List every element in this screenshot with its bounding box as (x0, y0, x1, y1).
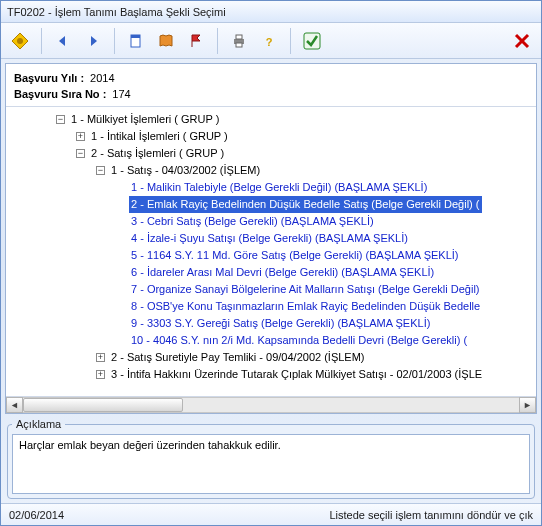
seq-value: 174 (112, 86, 130, 102)
svg-text:?: ? (266, 36, 273, 48)
tree-node-label[interactable]: 1 - Satış - 04/03/2002 (İŞLEM) (109, 162, 262, 179)
horizontal-scrollbar[interactable]: ◄ ► (6, 396, 536, 413)
tree-node-label[interactable]: 7 - Organize Sanayi Bölgelerine Ait Mall… (129, 281, 482, 298)
tree-node[interactable]: 4 - İzale-i Şuyu Satışı (Belge Gerekli) … (6, 230, 536, 247)
meta-block: Başvuru Yılı : 2014 Başvuru Sıra No : 17… (6, 64, 536, 106)
scroll-thumb[interactable] (23, 398, 183, 412)
collapse-icon[interactable]: − (76, 149, 85, 158)
tree-node[interactable]: 7 - Organize Sanayi Bölgelerine Ait Mall… (6, 281, 536, 298)
tree-node[interactable]: +2 - Satış Suretiyle Pay Temliki - 09/04… (6, 349, 536, 366)
new-doc-button[interactable] (123, 28, 149, 54)
tree-node[interactable]: 5 - 1164 S.Y. 11 Md. Göre Satış (Belge G… (6, 247, 536, 264)
tree-node[interactable]: 1 - Malikin Talebiyle (Belge Gerekli Değ… (6, 179, 536, 196)
content-panel: Başvuru Yılı : 2014 Başvuru Sıra No : 17… (5, 63, 537, 414)
tree-node-label[interactable]: 2 - Satış İşlemleri ( GRUP ) (89, 145, 226, 162)
svg-marker-2 (59, 36, 65, 46)
tree-node-label[interactable]: 5 - 1164 S.Y. 11 Md. Göre Satış (Belge G… (129, 247, 461, 264)
tree-node-label[interactable]: 10 - 4046 S.Y. nın 2/i Md. Kapsamında Be… (129, 332, 469, 349)
scroll-left-button[interactable]: ◄ (6, 397, 23, 413)
help-button[interactable]: ? (256, 28, 282, 54)
seq-label: Başvuru Sıra No : (14, 86, 106, 102)
svg-rect-7 (236, 35, 242, 39)
svg-rect-8 (236, 43, 242, 47)
expand-icon[interactable]: + (76, 132, 85, 141)
status-hint: Listede seçili işlem tanımını döndür ve … (329, 509, 533, 521)
expand-icon[interactable]: + (96, 370, 105, 379)
svg-rect-5 (131, 35, 140, 38)
tree-node-label[interactable]: 4 - İzale-i Şuyu Satışı (Belge Gerekli) … (129, 230, 410, 247)
tree-node-label[interactable]: 8 - OSB'ye Konu Taşınmazların Emlak Rayi… (129, 298, 482, 315)
tree-node-label[interactable]: 1 - İntikal İşlemleri ( GRUP ) (89, 128, 230, 145)
prev-button[interactable] (50, 28, 76, 54)
next-button[interactable] (80, 28, 106, 54)
tree-node-label[interactable]: 1 - Malikin Talebiyle (Belge Gerekli Değ… (129, 179, 429, 196)
tree-node[interactable]: +3 - İntifa Hakkını Üzerinde Tutarak Çıp… (6, 366, 536, 383)
close-button[interactable] (509, 28, 535, 54)
titlebar: TF0202 - İşlem Tanımı Başlama Şekli Seçi… (1, 1, 541, 23)
ok-button[interactable] (299, 28, 325, 54)
tree-node[interactable]: −1 - Mülkiyet İşlemleri ( GRUP ) (6, 111, 536, 128)
tree-node[interactable]: −1 - Satış - 04/03/2002 (İŞLEM) (6, 162, 536, 179)
tree-node[interactable]: 2 - Emlak Rayiç Bedelinden Düşük Bedelle… (6, 196, 536, 213)
collapse-icon[interactable]: − (56, 115, 65, 124)
svg-rect-10 (304, 33, 320, 49)
flag-button[interactable] (183, 28, 209, 54)
toolbar: ? (1, 23, 541, 59)
tree-node[interactable]: −2 - Satış İşlemleri ( GRUP ) (6, 145, 536, 162)
print-button[interactable] (226, 28, 252, 54)
tree-node[interactable]: +1 - İntikal İşlemleri ( GRUP ) (6, 128, 536, 145)
tree-node[interactable]: 8 - OSB'ye Konu Taşınmazların Emlak Rayi… (6, 298, 536, 315)
book-button[interactable] (153, 28, 179, 54)
tree-node-label[interactable]: 2 - Satış Suretiyle Pay Temliki - 09/04/… (109, 349, 367, 366)
statusbar: 02/06/2014 Listede seçili işlem tanımını… (1, 503, 541, 525)
svg-point-1 (17, 38, 23, 44)
window-title: TF0202 - İşlem Tanımı Başlama Şekli Seçi… (7, 6, 226, 18)
app-icon[interactable] (7, 28, 33, 54)
year-label: Başvuru Yılı : (14, 70, 84, 86)
tree-node-label[interactable]: 3 - Cebri Satış (Belge Gerekli) (BAŞLAMA… (129, 213, 376, 230)
expand-icon[interactable]: + (96, 353, 105, 362)
tree-node[interactable]: 10 - 4046 S.Y. nın 2/i Md. Kapsamında Be… (6, 332, 536, 349)
description-legend: Açıklama (12, 418, 65, 430)
tree-node[interactable]: 3 - Cebri Satış (Belge Gerekli) (BAŞLAMA… (6, 213, 536, 230)
tree-node-label[interactable]: 1 - Mülkiyet İşlemleri ( GRUP ) (69, 111, 221, 128)
scroll-right-button[interactable]: ► (519, 397, 536, 413)
tree-node[interactable]: 9 - 3303 S.Y. Gereği Satış (Belge Gerekl… (6, 315, 536, 332)
tree-view[interactable]: −1 - Mülkiyet İşlemleri ( GRUP )+1 - İnt… (6, 106, 536, 396)
tree-node-label[interactable]: 9 - 3303 S.Y. Gereği Satış (Belge Gerekl… (129, 315, 432, 332)
svg-marker-3 (91, 36, 97, 46)
tree-node-label[interactable]: 6 - İdareler Arası Mal Devri (Belge Gere… (129, 264, 436, 281)
description-block: Açıklama Harçlar emlak beyan değeri üzer… (5, 418, 537, 499)
description-text[interactable]: Harçlar emlak beyan değeri üzerinden tah… (12, 434, 530, 494)
app-window: TF0202 - İşlem Tanımı Başlama Şekli Seçi… (0, 0, 542, 526)
tree-node-label[interactable]: 3 - İntifa Hakkını Üzerinde Tutarak Çıpl… (109, 366, 484, 383)
scroll-track[interactable] (23, 397, 519, 413)
year-value: 2014 (90, 70, 114, 86)
tree-node-label[interactable]: 2 - Emlak Rayiç Bedelinden Düşük Bedelle… (129, 196, 482, 213)
tree-node[interactable]: 6 - İdareler Arası Mal Devri (Belge Gere… (6, 264, 536, 281)
status-date: 02/06/2014 (9, 509, 64, 521)
collapse-icon[interactable]: − (96, 166, 105, 175)
